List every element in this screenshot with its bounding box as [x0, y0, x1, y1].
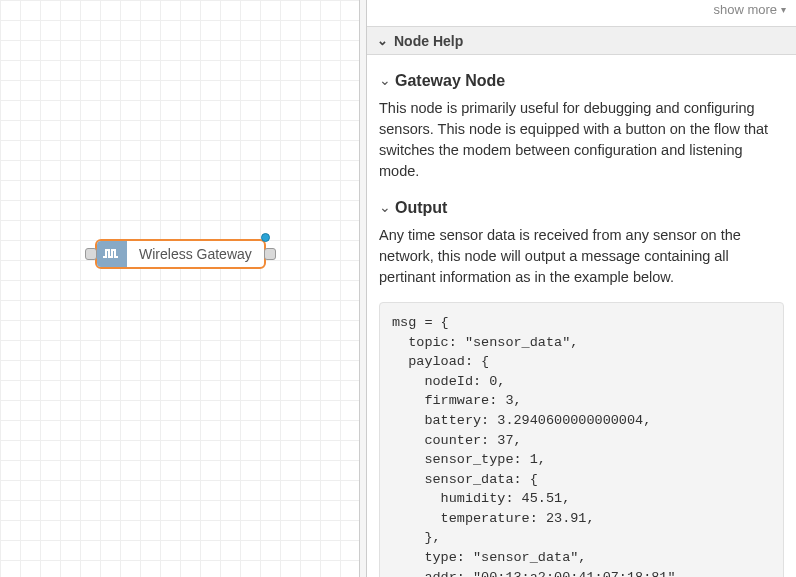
output-description: Any time sensor data is received from an… — [379, 225, 784, 288]
help-content: ⌄ Gateway Node This node is primarily us… — [367, 55, 796, 577]
node-help-header[interactable]: ⌄ Node Help — [367, 26, 796, 54]
help-sidebar: show more ▾ ⌄ Node Help ⌄ Gateway Node T… — [367, 0, 796, 577]
gateway-description: This node is primarily useful for debugg… — [379, 98, 784, 182]
chevron-down-icon: ⌄ — [379, 197, 391, 217]
pane-splitter[interactable] — [360, 0, 367, 577]
output-heading-text: Output — [395, 196, 447, 219]
node-output-port[interactable] — [264, 248, 276, 260]
node-icon — [97, 241, 127, 267]
chevron-down-icon: ⌄ — [379, 70, 391, 90]
flow-canvas[interactable]: Wireless Gateway — [0, 0, 360, 577]
node-label: Wireless Gateway — [127, 246, 264, 262]
section-title: Node Help — [394, 33, 463, 49]
show-more-label: show more — [713, 2, 777, 17]
gateway-heading[interactable]: ⌄ Gateway Node — [379, 69, 784, 92]
signal-icon — [103, 247, 121, 261]
node-body[interactable]: Wireless Gateway — [95, 239, 266, 269]
gateway-heading-text: Gateway Node — [395, 69, 505, 92]
code-example: msg = { topic: "sensor_data", payload: {… — [379, 302, 784, 577]
chevron-down-icon: ⌄ — [377, 34, 388, 47]
node-input-port[interactable] — [85, 248, 97, 260]
output-heading[interactable]: ⌄ Output — [379, 196, 784, 219]
caret-down-icon: ▾ — [781, 2, 786, 18]
node-status-dot — [261, 233, 270, 242]
wireless-gateway-node[interactable]: Wireless Gateway — [85, 239, 276, 269]
show-more-link[interactable]: show more ▾ — [367, 0, 796, 26]
